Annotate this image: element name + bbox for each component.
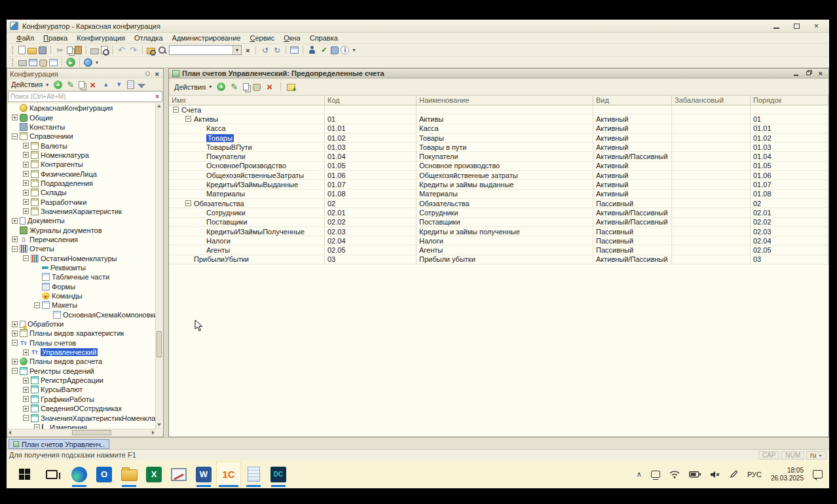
cell-kind[interactable]: Пассивный [593, 227, 672, 236]
table-row[interactable]: Товары01.02ТоварыАктивный01.02 [169, 134, 828, 143]
minimize-icon[interactable] [773, 27, 779, 29]
expand-icon[interactable]: + [23, 396, 29, 402]
cell-name[interactable]: ОбщехозяйственныеЗатраты [169, 171, 325, 179]
history-icon[interactable] [253, 84, 261, 91]
table-row[interactable]: ОбщехозяйственныеЗатраты01.06Общехозяйст… [169, 171, 828, 180]
tree-item-Управленческий[interactable]: +ТтУправленческий [8, 348, 155, 357]
tree-item-label[interactable]: Реквизиты [50, 264, 86, 272]
cell-name[interactable]: Поставщики [169, 218, 325, 226]
undo-icon[interactable]: ↶ [117, 45, 126, 55]
menu-item-конфигурация[interactable]: Конфигурация [72, 33, 130, 43]
scroll-down-icon[interactable] [157, 423, 161, 426]
account-name-label[interactable]: Счета [181, 106, 201, 114]
expand-icon[interactable]: + [23, 162, 29, 168]
account-name-label[interactable]: Обязательства [194, 200, 244, 207]
cell-kind[interactable]: Активный [593, 124, 672, 133]
cell-kind[interactable]: Активный [593, 115, 672, 123]
cell-kind[interactable]: Активный/Пассивный [593, 218, 672, 226]
zoom-icon[interactable] [157, 45, 167, 55]
find-icon[interactable] [147, 48, 155, 54]
chevron-down-icon[interactable]: ▾ [94, 60, 100, 65]
cell-kind[interactable]: Активный [593, 143, 672, 151]
table-row[interactable]: −Активы01АктивыАктивный01 [169, 115, 828, 124]
cell-order[interactable]: 02.05 [751, 245, 828, 254]
compare-configurations-icon[interactable] [39, 60, 47, 67]
search-input[interactable] [9, 92, 153, 101]
menu-item-администрирование[interactable]: Администрирование [168, 33, 246, 43]
tree-item-Справочники[interactable]: −Справочники [8, 132, 155, 141]
move-down-icon[interactable]: ▼ [114, 80, 124, 90]
tree-item-label[interactable]: Планы видов расчета [29, 357, 102, 365]
cell-off_balance[interactable] [672, 218, 751, 226]
cell-code[interactable]: 01.05 [325, 162, 417, 170]
cell-code[interactable]: 02.03 [325, 227, 417, 236]
search-clear-icon[interactable]: × [153, 93, 162, 100]
cell-code[interactable]: 01.02 [325, 134, 417, 142]
cell-order[interactable]: 01.07 [751, 180, 828, 189]
cell-name[interactable]: −Счета [169, 105, 325, 114]
cell-kind[interactable]: Активный/Пассивный [593, 152, 672, 160]
consultant-icon[interactable] [307, 45, 317, 55]
add-icon[interactable]: + [54, 81, 62, 89]
cell-title[interactable]: Касса [417, 124, 593, 133]
configuration-storage-icon[interactable] [18, 60, 27, 66]
tree-item-label[interactable]: Макеты [52, 301, 77, 309]
toolbar-grip[interactable] [12, 58, 14, 66]
tree-item-Планы видов характеристик[interactable]: +Планы видов характеристик [8, 329, 155, 338]
tree-item-Документы[interactable]: +Документы [8, 216, 155, 225]
tree-item-ФизическиеЛица[interactable]: +ФизическиеЛица [8, 169, 155, 178]
help-book-icon[interactable] [331, 46, 339, 54]
cell-order[interactable]: 01 [751, 115, 828, 123]
tree-item-label[interactable]: ФизическиеЛица [41, 170, 97, 178]
collapse-icon[interactable]: − [34, 424, 40, 429]
combo-dropdown-icon[interactable]: ▼ [232, 46, 241, 54]
cell-name[interactable]: Касса [169, 124, 325, 133]
cell-kind[interactable]: Активный [593, 171, 672, 179]
tree-item-Реквизиты[interactable]: Реквизиты [8, 263, 155, 272]
redo-icon[interactable]: ↷ [128, 45, 138, 55]
panel-close-icon[interactable]: × [155, 70, 160, 78]
scrollbar-thumb[interactable] [157, 331, 162, 357]
cell-order[interactable]: 02 [751, 199, 828, 207]
tree-vertical-scrollbar[interactable] [155, 103, 162, 429]
cell-off_balance[interactable] [672, 236, 751, 245]
cell-title[interactable]: Материалы [417, 190, 593, 198]
expand-icon[interactable]: + [23, 190, 29, 196]
table-row[interactable]: КредитыИЗаймыВыданные01.07Кредиты и займ… [169, 180, 828, 189]
cell-order[interactable]: 02.01 [751, 208, 828, 217]
account-name-label[interactable]: ОсновноеПроизводство [206, 162, 286, 170]
tree-item-label[interactable]: РегистрАдресации [41, 376, 103, 384]
account-name-label[interactable]: ОбщехозяйственныеЗатраты [206, 171, 304, 179]
cell-off_balance[interactable] [672, 208, 751, 217]
account-name-label[interactable]: Товары [206, 134, 234, 142]
taskbar-app-file-explorer[interactable] [117, 461, 141, 488]
cell-off_balance[interactable] [672, 134, 751, 142]
table-row[interactable]: Налоги02.04НалогиПассивный02.04 [169, 236, 828, 245]
paste-icon[interactable] [75, 46, 82, 54]
expand-icon[interactable]: + [12, 115, 18, 120]
toolbar-grip[interactable] [12, 46, 14, 54]
account-name-label[interactable]: Агенты [206, 246, 230, 254]
collapse-icon[interactable]: − [12, 246, 18, 252]
cell-code[interactable]: 02.05 [325, 245, 417, 254]
collapse-icon[interactable]: − [34, 302, 40, 308]
tree-item-Табличные части[interactable]: Табличные части [8, 272, 155, 281]
save-icon[interactable] [39, 46, 46, 54]
tree-item-Планы счетов[interactable]: −ТтПланы счетов [8, 338, 155, 348]
expand-icon[interactable]: + [23, 208, 29, 214]
taskbar-app-outlook[interactable]: O [92, 461, 117, 488]
cell-code[interactable]: 03 [325, 255, 417, 264]
delete-icon[interactable]: × [265, 82, 274, 92]
filter-icon[interactable] [138, 84, 145, 88]
table-row[interactable]: −Счета [169, 105, 828, 115]
tree-item-РегистрАдресации[interactable]: +РегистрАдресации [8, 376, 155, 385]
view-zoom-out-icon[interactable]: ↻ [272, 45, 282, 55]
volume-muted-icon[interactable] [710, 471, 720, 478]
cell-title[interactable]: Налоги [417, 236, 593, 245]
tree-item-label[interactable]: ЗначенияХарактеристикНоменклатуры [41, 414, 155, 422]
table-row[interactable]: Агенты02.05АгентыПассивный02.05 [169, 245, 828, 255]
tree-item-label[interactable]: Табличные части [52, 273, 109, 281]
expand-icon[interactable]: + [23, 143, 29, 149]
cell-code[interactable]: 01.03 [325, 143, 417, 151]
cell-off_balance[interactable] [672, 152, 751, 160]
